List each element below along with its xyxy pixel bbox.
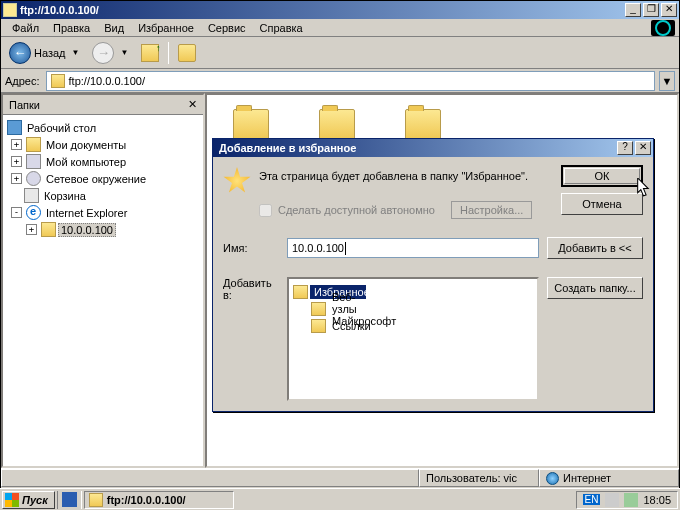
language-indicator[interactable]: EN bbox=[583, 494, 601, 505]
address-input[interactable]: ftp://10.0.0.100/ bbox=[46, 71, 655, 91]
menu-help[interactable]: Справка bbox=[253, 20, 310, 36]
status-user: Пользователь: vic bbox=[419, 469, 539, 487]
expand-icon[interactable]: + bbox=[26, 224, 37, 235]
forward-button[interactable]: → ▼ bbox=[88, 41, 135, 65]
folder-icon bbox=[293, 285, 308, 299]
folder-icon bbox=[41, 222, 56, 237]
collapse-icon[interactable]: - bbox=[11, 207, 22, 218]
expand-icon[interactable]: + bbox=[11, 173, 22, 184]
minimize-button[interactable]: _ bbox=[625, 3, 641, 17]
start-button[interactable]: Пуск bbox=[2, 491, 55, 509]
fav-tree-links[interactable]: Ссылки bbox=[291, 317, 535, 334]
toolbar-separator bbox=[168, 42, 169, 64]
dialog-titlebar[interactable]: Добавление в избранное ? ✕ bbox=[213, 139, 653, 157]
address-dropdown[interactable]: ▼ bbox=[659, 71, 675, 91]
ie-throbber-icon bbox=[651, 20, 675, 36]
folder-icon bbox=[26, 137, 41, 152]
task-label: ftp://10.0.0.100/ bbox=[107, 494, 186, 506]
dialog-title: Добавление в избранное bbox=[215, 142, 617, 154]
computer-icon bbox=[26, 154, 41, 169]
address-label: Адрес: bbox=[5, 75, 42, 87]
back-button[interactable]: ← Назад ▼ bbox=[5, 41, 86, 65]
address-value: ftp://10.0.0.100/ bbox=[69, 75, 145, 87]
addin-label: Добавить в: bbox=[223, 277, 279, 301]
titlebar[interactable]: ftp://10.0.0.100/ _ ❐ ✕ bbox=[1, 1, 679, 19]
offline-checkbox bbox=[259, 204, 272, 217]
task-icon bbox=[89, 493, 103, 507]
recycle-bin-icon bbox=[24, 188, 39, 203]
clock[interactable]: 18:05 bbox=[643, 494, 671, 506]
forward-arrow-icon: → bbox=[92, 42, 114, 64]
tree-item-ie[interactable]: -Internet Explorer bbox=[5, 204, 201, 221]
folder-icon bbox=[311, 319, 326, 333]
panel-close-button[interactable]: ✕ bbox=[188, 98, 197, 111]
tree-item-desktop[interactable]: Рабочий стол bbox=[5, 119, 201, 136]
menu-tools[interactable]: Сервис bbox=[201, 20, 253, 36]
addressbar: Адрес: ftp://10.0.0.100/ ▼ bbox=[1, 69, 679, 93]
name-input[interactable]: 10.0.0.100 bbox=[287, 238, 539, 258]
create-folder-button[interactable]: Создать папку... bbox=[547, 277, 643, 299]
tray-icon[interactable] bbox=[605, 493, 619, 507]
close-button[interactable]: ✕ bbox=[661, 3, 677, 17]
forward-dropdown-icon[interactable]: ▼ bbox=[117, 48, 131, 57]
back-dropdown-icon[interactable]: ▼ bbox=[69, 48, 83, 57]
star-icon bbox=[223, 167, 251, 195]
folder-tree[interactable]: Рабочий стол +Мои документы +Мой компьют… bbox=[3, 115, 203, 466]
windows-flag-icon bbox=[5, 493, 19, 507]
address-icon bbox=[51, 74, 65, 88]
network-icon bbox=[26, 171, 41, 186]
tree-item-bin[interactable]: Корзина bbox=[5, 187, 201, 204]
folder-icon bbox=[233, 109, 269, 139]
dialog-help-button[interactable]: ? bbox=[617, 141, 633, 155]
expand-icon[interactable]: + bbox=[11, 139, 22, 150]
folders-panel: Папки ✕ Рабочий стол +Мои документы +Мой… bbox=[1, 93, 205, 468]
back-arrow-icon: ← bbox=[9, 42, 31, 64]
name-label: Имя: bbox=[223, 242, 279, 254]
dialog-close-button[interactable]: ✕ bbox=[635, 141, 651, 155]
setup-button: Настройка... bbox=[451, 201, 532, 219]
status-main bbox=[1, 469, 419, 487]
window-title: ftp://10.0.0.100/ bbox=[20, 4, 625, 16]
statusbar: Пользователь: vic Интернет bbox=[1, 468, 679, 488]
ok-button[interactable]: ОК bbox=[561, 165, 643, 187]
cancel-button[interactable]: Отмена bbox=[561, 193, 643, 215]
menu-edit[interactable]: Правка bbox=[46, 20, 97, 36]
menu-favorites[interactable]: Избранное bbox=[131, 20, 201, 36]
tree-item-network[interactable]: +Сетевое окружение bbox=[5, 170, 201, 187]
folders-panel-header: Папки ✕ bbox=[3, 95, 203, 115]
toolbar: ← Назад ▼ → ▼ bbox=[1, 37, 679, 69]
menu-view[interactable]: Вид bbox=[97, 20, 131, 36]
ie-icon bbox=[26, 205, 41, 220]
expand-icon[interactable]: + bbox=[11, 156, 22, 167]
show-desktop-icon[interactable] bbox=[62, 492, 77, 507]
addto-button[interactable]: Добавить в << bbox=[547, 237, 643, 259]
desktop-icon bbox=[7, 120, 22, 135]
tree-item-ftp[interactable]: +10.0.0.100 bbox=[5, 221, 201, 238]
status-zone: Интернет bbox=[539, 469, 679, 487]
up-button[interactable] bbox=[137, 41, 163, 65]
system-tray: EN 18:05 bbox=[576, 491, 678, 509]
folder-icon bbox=[311, 302, 326, 316]
folder-icon bbox=[319, 109, 355, 139]
add-favorite-dialog: Добавление в избранное ? ✕ Эта страница … bbox=[212, 138, 654, 412]
menu-file[interactable]: Файл bbox=[5, 20, 46, 36]
folder-up-icon bbox=[141, 44, 159, 62]
menubar: Файл Правка Вид Избранное Сервис Справка bbox=[1, 19, 679, 37]
search-button[interactable] bbox=[174, 41, 200, 65]
tree-item-mydocs[interactable]: +Мои документы bbox=[5, 136, 201, 153]
globe-icon bbox=[546, 472, 559, 485]
window-icon bbox=[3, 3, 17, 17]
folder-icon bbox=[405, 109, 441, 139]
restore-button[interactable]: ❐ bbox=[643, 3, 659, 17]
taskbar-task[interactable]: ftp://10.0.0.100/ bbox=[84, 491, 234, 509]
start-label: Пуск bbox=[22, 494, 48, 506]
fav-tree-ms[interactable]: Веб-узлы Майкрософт bbox=[291, 300, 535, 317]
tree-item-mycomputer[interactable]: +Мой компьютер bbox=[5, 153, 201, 170]
quick-launch bbox=[57, 491, 82, 509]
volume-icon[interactable] bbox=[624, 493, 638, 507]
search-icon bbox=[178, 44, 196, 62]
favorites-tree[interactable]: Избранное Веб-узлы Майкрософт Ссылки bbox=[287, 277, 539, 401]
offline-label: Сделать доступной автономно bbox=[278, 204, 435, 216]
back-label: Назад bbox=[34, 47, 66, 59]
folders-panel-title: Папки bbox=[9, 99, 40, 111]
